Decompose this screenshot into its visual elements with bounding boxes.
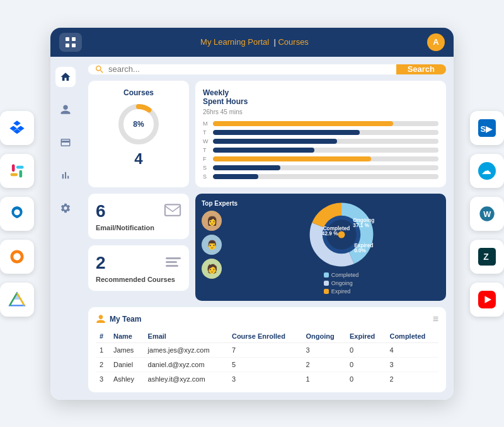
team-table: # Name Email Course Enrolled Ongoing Exp… [96, 330, 438, 386]
bar-row-s1: S [203, 165, 438, 171]
team-title-text: My Team [110, 315, 141, 324]
top-experts-col: Top Experts 👩 👨 🧑 [202, 200, 238, 279]
donut-legend: Completed Ongoing Expired [324, 272, 359, 295]
widgets-row: Courses 8% 4 [88, 81, 446, 187]
drupal-icon[interactable] [0, 197, 34, 231]
slack-icon[interactable] [0, 154, 34, 188]
wordpress-icon[interactable]: W [470, 197, 504, 231]
recommended-icon [165, 255, 181, 271]
outer-container: S▶ ☁ W Z My Learning Portal | Courses A [0, 0, 504, 427]
svg-rect-28 [166, 265, 178, 267]
svg-rect-3 [16, 165, 24, 168]
svg-point-4 [16, 255, 19, 258]
left-app-icons [0, 111, 34, 317]
google-drive-icon[interactable] [0, 283, 34, 317]
courses-donut: 8% [117, 102, 161, 146]
dropbox-icon[interactable] [0, 111, 34, 145]
portal-main: Search Courses 8% 4 [81, 57, 454, 400]
recommended-courses-card: 2 Recommended Courses [88, 245, 189, 291]
weekly-card: Weekly Spent Hours 26hrs 45 mins M T [195, 81, 446, 187]
svg-text:42.9 %: 42.9 % [321, 230, 338, 236]
stats-experts-row: 6 Email/Notification [88, 194, 446, 301]
youtube-icon[interactable] [470, 283, 504, 317]
courses-card-title: Courses [123, 88, 154, 97]
expert-avatar-2: 👨 [202, 235, 222, 255]
sidebar-person-icon[interactable] [55, 100, 76, 120]
zendesk-icon[interactable]: Z [470, 240, 504, 274]
bar-row-t2: T [203, 147, 438, 153]
legend-expired: Expired [324, 288, 359, 295]
rec-label: Recommended Courses [96, 276, 175, 283]
courses-count: 4 [134, 150, 142, 168]
legend-completed: Completed [324, 272, 359, 278]
search-input-wrapper [88, 64, 391, 74]
col-email: Email [144, 330, 228, 343]
experts-donut-card: Top Experts 👩 👨 🧑 [195, 194, 446, 301]
svg-text:37.1 %: 37.1 % [353, 223, 369, 228]
svg-rect-26 [166, 257, 181, 259]
donut-chart-area: Completed 42.9 % Ongoing 37.1 % Expired … [243, 200, 440, 295]
portal-logo [59, 33, 82, 52]
email-icon [164, 202, 181, 220]
table-row: 2 Daniel daniel.d@xyz.com 5 2 0 3 [96, 357, 438, 371]
table-row: 3 Ashley ashley.it@xyz.com 3 1 0 2 [96, 371, 438, 386]
bar-row-f: F [203, 156, 438, 162]
courses-card: Courses 8% 4 [88, 81, 189, 187]
right-app-icons: S▶ ☁ W Z [470, 111, 504, 317]
team-table-body: 1 James james.jes@xyz.com 7 3 0 4 2 Dani… [96, 342, 438, 386]
portal-header: My Learning Portal | Courses A [50, 28, 454, 57]
svg-rect-19 [66, 37, 69, 41]
user-avatar[interactable]: A [427, 33, 445, 51]
search-input[interactable] [108, 64, 385, 74]
svg-rect-20 [72, 37, 76, 41]
weekly-subtitle: 26hrs 45 mins [203, 108, 438, 115]
sidebar-chart-icon[interactable] [55, 165, 76, 185]
rec-count: 2 [96, 253, 106, 273]
email-notification-card: 6 Email/Notification [88, 194, 189, 239]
moodle-icon[interactable] [0, 240, 34, 274]
bar-row-s2: S [203, 173, 438, 180]
svg-point-34 [338, 231, 345, 238]
email-count: 6 [96, 201, 106, 221]
svg-text:S▶: S▶ [481, 124, 493, 133]
team-card: My Team ≡ # Name Email Course Enrolled O… [88, 307, 446, 392]
team-avatar-icon [96, 314, 106, 324]
portal-window: My Learning Portal | Courses A [50, 28, 454, 400]
rec-stat-top: 2 [96, 253, 181, 273]
table-row: 1 James james.jes@xyz.com 7 3 0 4 [96, 342, 438, 357]
portal-sidebar [50, 57, 81, 400]
weekly-bar-chart: M T W T [203, 120, 438, 180]
svg-rect-25 [165, 204, 180, 216]
svg-rect-2 [11, 173, 18, 176]
svg-text:Z: Z [483, 251, 489, 261]
col-ongoing: Ongoing [302, 330, 346, 343]
bar-row-m: M [203, 120, 438, 127]
team-title-row: My Team [96, 314, 141, 324]
expert-avatar-3: 🧑 [202, 259, 222, 279]
sidebar-gear-icon[interactable] [55, 198, 76, 218]
portal-title-text: My Learning Portal [200, 37, 269, 47]
col-name: Name [110, 330, 144, 343]
salesforce-icon[interactable]: ☁ [470, 154, 504, 188]
experts-title: Top Experts [202, 200, 238, 207]
search-button[interactable]: Search [396, 64, 446, 74]
search-bar: Search [88, 64, 446, 74]
col-num: # [96, 330, 110, 343]
search-icon [94, 64, 105, 74]
svg-rect-27 [166, 261, 177, 263]
sidebar-home-icon[interactable] [55, 67, 76, 87]
svg-text:W: W [483, 209, 491, 218]
col-completed: Completed [386, 330, 438, 343]
portal-title: My Learning Portal | Courses [200, 37, 309, 47]
bar-row-w: W [203, 138, 438, 144]
bar-row-t1: T [203, 129, 438, 136]
svg-rect-21 [66, 44, 69, 47]
svg-rect-1 [20, 170, 23, 177]
sidebar-card-icon[interactable] [55, 132, 76, 153]
portal-section-text: Courses [278, 37, 308, 47]
team-menu-icon[interactable]: ≡ [433, 313, 438, 325]
svg-text:0.0%: 0.0% [354, 248, 366, 254]
svg-text:☁: ☁ [481, 164, 491, 175]
expert-avatar-1: 👩 [202, 211, 222, 231]
sharepoint-icon[interactable]: S▶ [470, 111, 504, 145]
